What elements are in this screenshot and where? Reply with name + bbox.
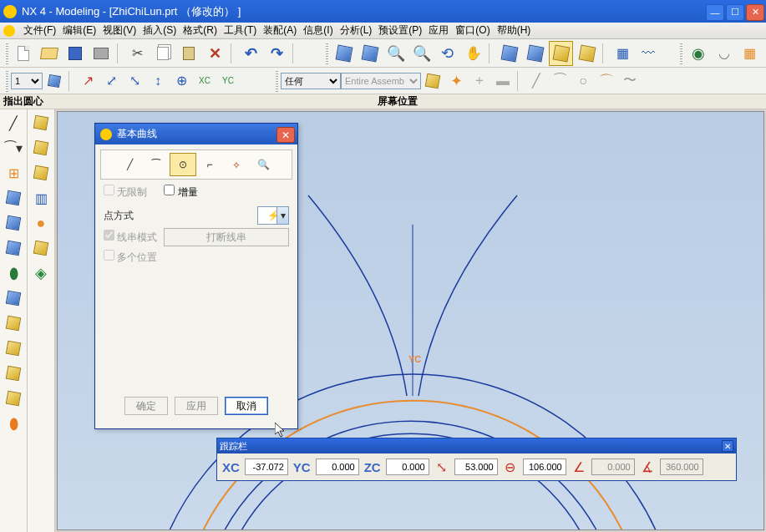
vt-cube1[interactable] <box>3 187 24 209</box>
vt-cube3[interactable] <box>3 237 24 259</box>
redo-button[interactable]: ↷ <box>265 41 289 66</box>
circle-type-button[interactable]: ⊙ <box>170 153 196 176</box>
wireframe-tool[interactable]: ▦ <box>611 41 635 66</box>
vt2-sphere[interactable]: ● <box>30 212 52 234</box>
assembly-select[interactable]: Entire Assemb <box>341 73 421 89</box>
toolbar-grip[interactable] <box>6 43 8 64</box>
curve-spline-tool[interactable]: ⌒ <box>596 70 617 92</box>
shade-tool-3[interactable] <box>549 41 573 66</box>
vt-cyl[interactable]: ⬮ <box>3 262 24 284</box>
line-type-button[interactable]: ╱ <box>116 153 143 176</box>
menu-preset[interactable]: 预设置(P) <box>375 23 425 38</box>
shade-tool-1[interactable] <box>497 41 521 66</box>
menu-file[interactable]: 文件(F) <box>20 23 59 38</box>
menu-tools[interactable]: 工具(T) <box>221 23 260 38</box>
length-input[interactable] <box>454 459 498 475</box>
vt2-cube3[interactable] <box>30 162 52 184</box>
xc-input[interactable] <box>245 459 288 475</box>
vt-cyl2[interactable]: ⬮ <box>3 413 24 434</box>
copy-button[interactable] <box>151 41 175 66</box>
maximize-button[interactable]: ☐ <box>726 4 744 21</box>
vt2-cube4[interactable] <box>30 237 52 259</box>
zoom-plus-tool[interactable]: 🔍 <box>409 41 434 66</box>
dialog-close-button[interactable]: ✕ <box>276 127 295 143</box>
menu-help[interactable]: 帮助(H) <box>494 23 535 38</box>
yc-input[interactable] <box>316 459 359 475</box>
vt-yellow2[interactable] <box>3 337 24 359</box>
toolbar-grip[interactable] <box>6 70 8 92</box>
wcs-tool-7[interactable]: YC <box>217 70 239 92</box>
spline-type-button[interactable]: ⟡ <box>223 153 250 176</box>
delete-button[interactable]: ✕ <box>203 41 227 66</box>
layer-select[interactable]: 1 <box>11 73 43 89</box>
pan-tool[interactable]: ✋ <box>461 41 485 66</box>
curve-circle-tool[interactable]: ○ <box>572 70 594 92</box>
sketch-tool-1[interactable]: ◉ <box>686 41 710 66</box>
paste-button[interactable] <box>177 41 201 66</box>
menu-window[interactable]: 窗口(O) <box>452 23 493 38</box>
tracking-bar-close[interactable]: ✕ <box>722 440 733 452</box>
vt-yellow3[interactable] <box>3 362 24 384</box>
curve-line-tool[interactable]: ╱ <box>525 70 547 92</box>
toolbar-grip[interactable] <box>276 70 278 92</box>
vt2-green[interactable]: ◈ <box>30 262 52 284</box>
vt2-cube1[interactable] <box>30 112 52 134</box>
wcs-tool-4[interactable]: ↕ <box>147 70 169 92</box>
cut-button[interactable]: ✂ <box>125 41 150 66</box>
wcs-tool-5[interactable]: ⊕ <box>170 70 192 92</box>
arc-type-button[interactable]: ⁀ <box>143 153 170 176</box>
zoom-tool[interactable]: 🔍 <box>383 41 408 66</box>
vt-line[interactable]: ╱ <box>3 112 24 134</box>
toolbar-grip[interactable] <box>680 43 682 64</box>
vt-cube2[interactable] <box>3 212 24 234</box>
undo-button[interactable]: ↶ <box>239 41 263 66</box>
wcs-tool-6[interactable]: XC <box>194 70 216 92</box>
vt-yellow4[interactable] <box>3 388 24 409</box>
menu-view[interactable]: 视图(V) <box>99 23 140 38</box>
break-string-button[interactable]: 打断线串 <box>164 228 289 246</box>
menu-info[interactable]: 信息(I) <box>300 23 336 38</box>
angle-input[interactable] <box>523 459 566 475</box>
save-button[interactable] <box>63 41 88 66</box>
unlimited-checkbox[interactable]: 无限制 <box>104 185 147 200</box>
sketch-tool-3[interactable]: ▦ <box>738 41 762 66</box>
shade-tool-4[interactable] <box>575 41 599 66</box>
curve-arc-tool[interactable]: ⁀ <box>549 70 571 92</box>
wave-tool[interactable]: 〰 <box>637 41 661 66</box>
layer-tool[interactable] <box>43 70 65 92</box>
minimize-button[interactable]: — <box>706 4 724 21</box>
wcs-tool-3[interactable]: ⤡ <box>124 70 145 92</box>
sel-tool-3[interactable]: ＋ <box>469 70 490 92</box>
sketch-tool-2[interactable]: ◡ <box>712 41 736 66</box>
curve-wave-tool[interactable]: 〜 <box>619 70 641 92</box>
close-button[interactable]: ✕ <box>746 4 764 21</box>
menu-analyze[interactable]: 分析(L) <box>337 23 376 38</box>
menu-app[interactable]: 应用 <box>425 23 452 38</box>
vt-arc[interactable]: ⁀▾ <box>3 137 24 159</box>
wcs-tool-1[interactable]: ↗ <box>77 70 99 92</box>
vt-yellow1[interactable] <box>3 312 24 334</box>
new-file-button[interactable] <box>12 41 36 66</box>
sel-tool-4[interactable]: ▬ <box>492 70 514 92</box>
wcs-tool-2[interactable]: ⤢ <box>100 70 122 92</box>
menu-format[interactable]: 格式(R) <box>180 23 221 38</box>
increment-checkbox[interactable]: 增量 <box>164 185 197 200</box>
filter-select[interactable]: 任何 <box>281 73 341 89</box>
menu-assembly[interactable]: 装配(A) <box>260 23 300 38</box>
rotate-tool[interactable]: ⟲ <box>435 41 459 66</box>
sel-tool-2[interactable]: ✦ <box>445 70 467 92</box>
toolbar-grip[interactable] <box>326 43 328 64</box>
vt2-cube2[interactable] <box>30 137 52 159</box>
open-file-button[interactable] <box>38 41 62 66</box>
menu-edit[interactable]: 编辑(E) <box>59 23 99 38</box>
view-tool-1[interactable] <box>332 41 356 66</box>
tracking-bar-titlebar[interactable]: 跟踪栏 ✕ <box>217 438 736 453</box>
zc-input[interactable] <box>386 459 429 475</box>
fillet-type-button[interactable]: ⌐ <box>196 153 223 176</box>
print-button[interactable] <box>89 41 114 66</box>
cancel-button[interactable]: 取消 <box>225 397 268 415</box>
apply-button[interactable]: 应用 <box>175 397 218 415</box>
menu-insert[interactable]: 插入(S) <box>140 23 180 38</box>
ok-button[interactable]: 确定 <box>124 397 168 415</box>
sel-tool-1[interactable] <box>422 70 444 92</box>
